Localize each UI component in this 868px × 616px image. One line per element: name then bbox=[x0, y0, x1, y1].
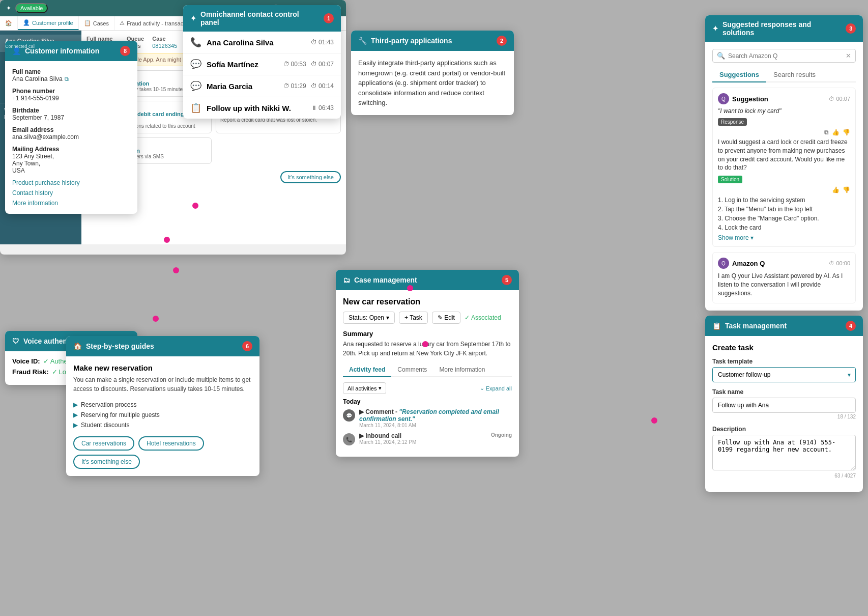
connector-dot-4 bbox=[153, 316, 159, 322]
task-name-input[interactable] bbox=[712, 398, 856, 413]
search-icon: 🔍 bbox=[717, 52, 725, 60]
field-phone: Phone number +1 914-555-0199 bbox=[12, 88, 130, 102]
status-btn[interactable]: Status: Open ▾ bbox=[343, 312, 395, 324]
contact-name: Sofía Martínez bbox=[207, 60, 278, 69]
case-actions: Status: Open ▾ + Task ✎ Edit ✓ Associate… bbox=[343, 312, 512, 324]
tab-activity-feed[interactable]: Activity feed bbox=[343, 363, 391, 377]
suggestion-icon: Q bbox=[718, 93, 729, 104]
filter-select[interactable]: All activities ▾ bbox=[343, 382, 386, 394]
something-else-btn[interactable]: It's something else bbox=[280, 171, 341, 183]
status-btn[interactable]: Available bbox=[15, 3, 48, 13]
contact-item-maria[interactable]: 💬 Maria Garcia ⏱ 01:29 ⏱ 00:14 bbox=[183, 75, 341, 97]
associated-btn[interactable]: ✓ Associated bbox=[465, 314, 501, 321]
template-select[interactable]: Customer follow-up bbox=[712, 367, 856, 382]
btn-hotel-reservations[interactable]: Hotel reservations bbox=[138, 436, 204, 451]
copy-icon[interactable]: ⧉ bbox=[824, 129, 829, 136]
contact-item-nikki[interactable]: 📋 Follow up with Nikki W. ⏸ 06:43 bbox=[183, 97, 341, 119]
amazon-q-card: Q Amazon Q ⏱ 00:00 I am Q your Live Assi… bbox=[712, 252, 856, 303]
clock-icon: ⏱ bbox=[311, 39, 317, 46]
guides-title: Step-by-step guides bbox=[86, 342, 154, 350]
thumbup-icon[interactable]: 👍 bbox=[832, 129, 840, 136]
show-more-btn[interactable]: Show more ▾ bbox=[718, 234, 850, 241]
contact-time: ⏱ 01:29 ⏱ 00:14 bbox=[283, 82, 334, 90]
customer-info-panel: 👤 Customer information 8 Full name Ana C… bbox=[5, 41, 137, 214]
contact-name: Ana Carolina Silva bbox=[207, 38, 306, 47]
link-contact-history[interactable]: Contact history bbox=[12, 189, 130, 197]
tab-suggestions[interactable]: Suggestions bbox=[712, 68, 766, 82]
clock-icon: ⏱ bbox=[283, 61, 290, 68]
thumbdown-icon[interactable]: 👎 bbox=[843, 129, 850, 136]
task-btn[interactable]: + Task bbox=[399, 312, 428, 324]
field-fullname: Full name Ana Carolina Silva ⧉ bbox=[12, 68, 130, 82]
expand-all-btn[interactable]: ⌄ Expand all bbox=[480, 385, 512, 391]
edit-btn[interactable]: ✎ Edit bbox=[432, 312, 460, 324]
desc-count: 63 / 4027 bbox=[712, 473, 856, 479]
contact-time: ⏱ 00:53 ⏱ 00:07 bbox=[283, 61, 334, 68]
case-mgmt-panel: 🗂 Case management 5 New car reservation … bbox=[336, 270, 519, 457]
case-icon: 🗂 bbox=[343, 276, 350, 284]
response-badge: Response bbox=[718, 118, 747, 126]
chevron-down-icon: ▾ bbox=[379, 385, 382, 391]
contact-item-ana[interactable]: 📞 Ana Carolina Silva ⏱ 01:43 bbox=[183, 32, 341, 53]
solution-badge: Solution bbox=[718, 176, 742, 183]
aq-label: Amazon Q bbox=[732, 260, 826, 267]
create-task-label: Create task bbox=[712, 343, 856, 352]
close-icon[interactable]: ✕ bbox=[846, 52, 851, 60]
suggested-badge: 3 bbox=[846, 23, 856, 34]
summary-label: Summary bbox=[343, 330, 512, 338]
solution-body: 1. Log in to the servicing system 2. Tap… bbox=[718, 195, 850, 232]
aq-time: ⏱ 00:00 bbox=[829, 260, 850, 266]
desc-textarea[interactable]: Follow up with Ana at (914) 555-0199 reg… bbox=[712, 435, 856, 470]
guide-item-3[interactable]: ▶ Student discounts bbox=[73, 420, 252, 430]
link-more-info[interactable]: More information bbox=[12, 200, 130, 207]
today-label: Today bbox=[343, 398, 512, 405]
suggested-panel: ✦ Suggested responses and solutions 3 🔍 … bbox=[705, 15, 863, 311]
chevron-down-icon: ▾ bbox=[750, 234, 754, 241]
activity-date: March 11, 2024, 8:01 AM bbox=[359, 423, 512, 428]
clock-icon: ⏱ bbox=[829, 96, 834, 102]
thumbup2-icon[interactable]: 👍 bbox=[832, 186, 840, 193]
tab-more-info[interactable]: More information bbox=[433, 363, 491, 376]
omnichannel-title: Omnichannel contact control panel bbox=[200, 10, 320, 26]
guides-panel: 🏠 Step-by-step guides 6 Make new reserva… bbox=[66, 336, 259, 476]
btn-something-else[interactable]: It's something else bbox=[73, 455, 140, 469]
third-party-badge: 2 bbox=[497, 36, 507, 46]
aq-icon: Q bbox=[718, 258, 729, 269]
suggestion-label: Suggestion bbox=[732, 95, 826, 103]
tab-cases[interactable]: 📋 Cases bbox=[79, 16, 114, 30]
customer-info-body: Full name Ana Carolina Silva ⧉ Phone num… bbox=[5, 61, 137, 214]
search-bar[interactable]: 🔍 ✕ bbox=[712, 49, 856, 63]
caller-case: Case 08126345 bbox=[152, 36, 177, 49]
copy-icon[interactable]: ⧉ bbox=[65, 76, 69, 82]
suggested-header: ✦ Suggested responses and solutions 3 bbox=[705, 15, 863, 42]
guide-item-2[interactable]: ▶ Reserving for multiple guests bbox=[73, 410, 252, 420]
tab-home[interactable]: 🏠 bbox=[0, 16, 18, 30]
link-purchase-history[interactable]: Product purchase history bbox=[12, 179, 130, 186]
btn-car-reservations[interactable]: Car reservations bbox=[73, 436, 134, 451]
contact-list: 📞 Ana Carolina Silva ⏱ 01:43 💬 Sofía Mar… bbox=[183, 32, 341, 119]
aq-header: Q Amazon Q ⏱ 00:00 bbox=[718, 258, 850, 269]
clock2-icon: ⏱ bbox=[311, 61, 317, 68]
chat-icon: 💬 bbox=[190, 59, 201, 70]
guides-header: 🏠 Step-by-step guides 6 bbox=[66, 336, 259, 356]
third-party-panel: 🔧 Third-party applications 2 Easily inte… bbox=[351, 31, 514, 115]
field-address: Mailing Address 123 Any Street, Any Town… bbox=[12, 146, 130, 174]
task-icon: 📋 bbox=[190, 102, 201, 114]
guide-buttons: Car reservations Hotel reservations It's… bbox=[73, 436, 252, 469]
tab-customer-profile[interactable]: 👤 Customer profile bbox=[18, 16, 79, 30]
search-input[interactable] bbox=[728, 52, 843, 60]
guides-body: Make new reservation You can make a sing… bbox=[66, 356, 259, 476]
guide-item-1[interactable]: ▶ Reservation process bbox=[73, 400, 252, 410]
customer-info-badge: 8 bbox=[120, 46, 130, 56]
contact-item-sofia[interactable]: 💬 Sofía Martínez ⏱ 00:53 ⏱ 00:07 bbox=[183, 53, 341, 75]
tab-search-results[interactable]: Search results bbox=[766, 68, 823, 81]
logo-icon: ✦ bbox=[6, 5, 11, 12]
task-icon: 📋 bbox=[712, 322, 721, 330]
chat-icon: 💬 bbox=[190, 80, 201, 92]
case-mgmt-header: 🗂 Case management 5 bbox=[336, 270, 519, 290]
guides-badge: 6 bbox=[242, 341, 252, 351]
thumbdown2-icon[interactable]: 👎 bbox=[843, 186, 850, 193]
case-mgmt-title: Case management bbox=[354, 276, 417, 284]
contact-name: Follow up with Nikki W. bbox=[207, 104, 306, 113]
tab-comments[interactable]: Comments bbox=[391, 363, 433, 376]
